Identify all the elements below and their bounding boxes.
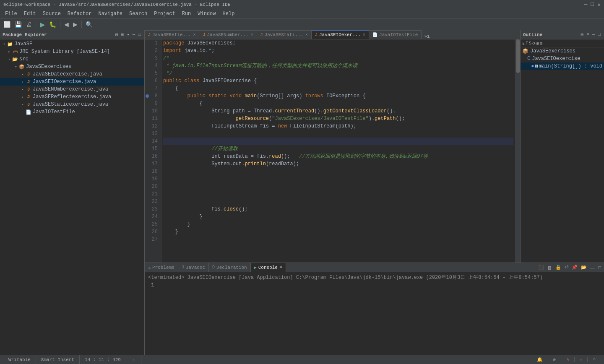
code-line-24: }	[163, 213, 513, 221]
tree-item-src[interactable]: ▾ 📂 src	[0, 55, 144, 63]
menu-item-run[interactable]: Run	[179, 10, 195, 18]
tab-close-reflect[interactable]: ×	[193, 33, 195, 37]
status-notifications[interactable]: 🔔	[532, 357, 548, 362]
minimize-button[interactable]: ─	[584, 1, 588, 8]
dateexercise-expand-icon[interactable]: ▸	[20, 72, 25, 77]
tree-item-staticexercise[interactable]: ▸ J JavaSEStaticexercise.java	[0, 101, 144, 108]
menu-item-refactor[interactable]: Refactor	[64, 10, 95, 18]
menu-item-file[interactable]: File	[2, 10, 21, 18]
breakpoint-dot	[146, 94, 149, 98]
menu-item-edit[interactable]: Edit	[21, 10, 39, 18]
console-maximize-button[interactable]: □	[597, 264, 602, 270]
ioexercise-expand-icon[interactable]: ▸	[20, 80, 25, 84]
menu-item-project[interactable]: Project	[151, 10, 178, 18]
pe-minimize-icon[interactable]: —	[132, 31, 136, 38]
tree-item-iotestfile[interactable]: 📄 JavaIOTestFile	[0, 108, 144, 116]
status-position-label: 14 : 11 : 429	[85, 357, 121, 362]
jre-expand-icon[interactable]: ▸	[7, 49, 12, 54]
status-bar: Writable Smart Insert 14 : 11 : 429 ⋮ 🔔 …	[0, 355, 604, 364]
console-close-icon[interactable]: ×	[280, 265, 282, 270]
tab-javadoc[interactable]: J Javadoc	[178, 263, 209, 272]
tree-item-numberexercise[interactable]: ▸ J JavaSENUmberexercise.java	[0, 86, 144, 93]
outline-hide-icon[interactable]: ⊟	[580, 31, 585, 38]
tab-javasenumber[interactable]: J JavaSENumber... ×	[199, 30, 257, 39]
line-num-22: 22	[146, 198, 158, 205]
pe-maximize-icon[interactable]: □	[137, 31, 142, 38]
tab-close-io[interactable]: ×	[363, 33, 365, 37]
console-clear-button[interactable]: 🗑	[546, 264, 553, 270]
menu-item-source[interactable]: Source	[39, 10, 64, 18]
outline-sort-icon[interactable]: ⇅	[522, 41, 525, 46]
src-expand-icon[interactable]: ▾	[7, 57, 12, 62]
tab-problems[interactable]: ⚠ Problems	[145, 263, 178, 272]
outline-class-icon: C	[527, 56, 530, 62]
toolbar-forward-button[interactable]: ▶	[71, 20, 79, 29]
code-line-18	[163, 168, 513, 175]
console-pin-button[interactable]: 📌	[570, 264, 579, 270]
tab-overflow[interactable]: »1	[422, 34, 432, 39]
outline-item-class[interactable]: C JavaSEIOexercise	[521, 55, 604, 62]
settings-icon: ○	[593, 357, 596, 362]
outline-item-method[interactable]: ● m main(String[]) : void	[521, 62, 604, 70]
tree-item-jre[interactable]: ▸ 🗃 JRE System Library [JavaSE-14]	[0, 48, 144, 55]
pe-link-icon[interactable]: ⊞	[120, 31, 125, 38]
reflectexercise-expand-icon[interactable]: ▸	[20, 95, 25, 99]
status-settings[interactable]: ○	[588, 357, 601, 362]
tab-javasereflect[interactable]: J JavaSERefle... ×	[145, 30, 199, 39]
tree-item-javase[interactable]: ▾ 📁 JavaSE	[0, 40, 144, 48]
menu-item-search[interactable]: Search	[126, 10, 151, 18]
tree-item-reflectexercise[interactable]: ▸ J JavaSEReflectexercise.java	[0, 93, 144, 101]
toolbar-debug-button[interactable]: 🐛	[47, 20, 58, 29]
outline-hide-fields-icon[interactable]: F	[526, 41, 528, 46]
outline-maximize-icon[interactable]: □	[597, 31, 601, 38]
tab-close-stati[interactable]: ×	[305, 33, 308, 37]
line-num-17: 17	[146, 160, 158, 168]
menu-item-help[interactable]: Help	[219, 10, 238, 18]
console-stop-button[interactable]: ⬛	[537, 264, 545, 270]
pkg-expand-icon[interactable]: ▾	[13, 65, 18, 69]
console-scroll-lock-button[interactable]: 🔒	[554, 264, 562, 270]
tree-item-dateexercise[interactable]: ▸ J JavaSEDateexercise.java	[0, 70, 144, 78]
code-editor[interactable]: 1 2 3 4 5 6 7 8 9 10	[145, 39, 520, 263]
menu-item-window[interactable]: Window	[194, 10, 219, 18]
line-num-21: 21	[146, 190, 158, 198]
console-word-wrap-button[interactable]: ⏎	[563, 264, 570, 270]
numberexercise-expand-icon[interactable]: ▸	[20, 87, 25, 92]
outline-hide-static-icon[interactable]: S	[529, 41, 531, 46]
tab-javaiotestfile[interactable]: 📄 JavaIOTestFile	[369, 30, 422, 39]
outline-minimize-icon[interactable]: —	[591, 31, 596, 38]
outline-collapse-icon[interactable]: ⊟	[540, 41, 542, 46]
console-minimize-button[interactable]: —	[589, 264, 596, 270]
outline-item-pkg[interactable]: 📦 JavaSEexercises	[521, 47, 604, 55]
outline-expand-icon[interactable]: ⊞	[536, 41, 539, 46]
tab-console[interactable]: ▶ Console ×	[251, 263, 286, 272]
pe-menu-icon[interactable]: ▾	[126, 31, 130, 38]
toolbar-save-button[interactable]: 💾	[13, 20, 23, 29]
pe-collapse-icon[interactable]: ⊟	[115, 31, 119, 38]
javase-expand-icon[interactable]: ▾	[2, 42, 7, 47]
editor-scroll-bar[interactable]	[515, 39, 520, 263]
tab-javaSEstati[interactable]: J JavaSEStati... ×	[257, 30, 312, 39]
code-line-4: * java.io.FileInputStream流是万能的，任何类型的文件都可…	[163, 62, 513, 70]
tab-icon-testfile: 📄	[372, 32, 378, 37]
tree-item-javaseexercises[interactable]: ▾ 📦 JavaSEexercises	[0, 63, 144, 70]
close-button[interactable]: ✕	[597, 1, 601, 8]
toolbar-run-button[interactable]: ▶	[38, 20, 47, 29]
toolbar-print-button[interactable]: 🖨	[24, 20, 34, 29]
toolbar-back-button[interactable]: ◀	[62, 20, 70, 29]
toolbar-new-button[interactable]: ⬜	[2, 20, 12, 29]
pkg-icon: 📦	[18, 64, 25, 70]
tab-javaSeIO[interactable]: J JavaSEIOexer... ×	[312, 30, 369, 39]
tab-close-number[interactable]: ×	[251, 33, 253, 37]
toolbar-search-button[interactable]: 🔍	[84, 20, 94, 29]
editor-scroll-thumb[interactable]	[516, 39, 520, 73]
outline-close-icon[interactable]: ×	[586, 31, 590, 38]
console-open-button[interactable]: 📂	[580, 264, 588, 270]
maximize-button[interactable]: □	[591, 1, 594, 8]
menu-item-navigate[interactable]: Navigate	[95, 10, 126, 18]
outline-sync-icon[interactable]: ⟳	[532, 41, 536, 46]
status-options-icon[interactable]: ⋮	[126, 355, 141, 364]
tree-item-ioexercise[interactable]: ▸ J JavaSEIOexercise.java	[0, 78, 144, 86]
tab-declaration[interactable]: D Declaration	[209, 263, 251, 272]
staticexercise-expand-icon[interactable]: ▸	[20, 102, 25, 107]
